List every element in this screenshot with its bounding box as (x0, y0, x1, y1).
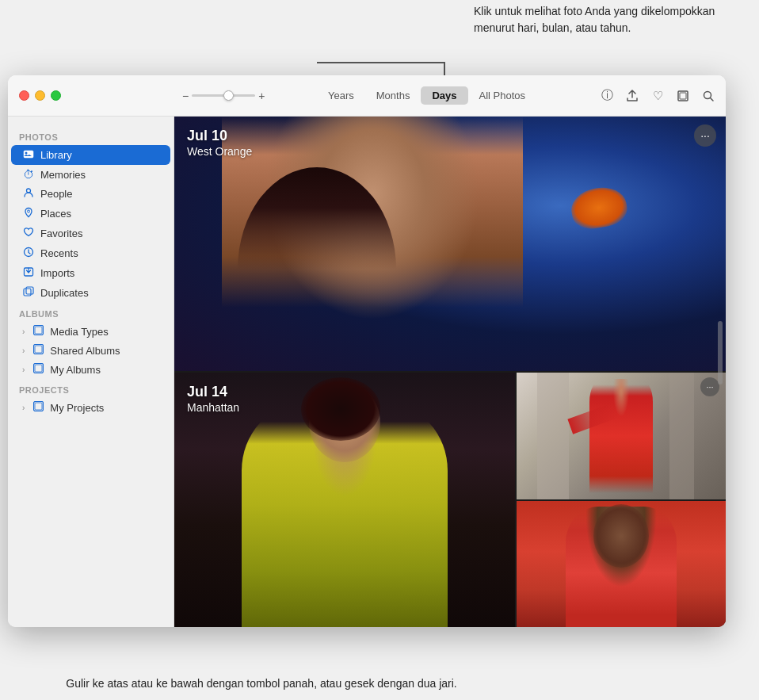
photo-right-col: ··· (517, 373, 726, 627)
app-window: − + Years Months Days All Photos ⓘ ♡ (8, 75, 726, 627)
zoom-minus-button[interactable]: − (182, 90, 189, 102)
toolbar-icons: ⓘ ♡ (597, 86, 718, 105)
sidebar-item-shared-albums-label: Shared Albums (50, 345, 120, 357)
info-icon[interactable]: ⓘ (597, 86, 616, 105)
more-button-2[interactable]: ··· (700, 377, 719, 396)
memories-icon: ⏱ (22, 168, 35, 181)
svg-rect-19 (35, 403, 42, 410)
shared-albums-icon (32, 344, 44, 357)
more-button-1[interactable]: ··· (694, 124, 716, 147)
my-albums-icon (32, 363, 44, 376)
favorites-icon (22, 227, 35, 240)
imports-icon (22, 266, 35, 280)
recents-icon (22, 247, 35, 260)
sidebar-item-my-albums[interactable]: › My Albums (11, 360, 170, 379)
tab-months[interactable]: Months (365, 86, 421, 105)
sidebar-item-recents-label: Recents (40, 247, 78, 259)
zoom-slider-area: − + (182, 90, 265, 102)
photo-date-2: Jul 14 (187, 384, 239, 400)
sidebar-item-recents[interactable]: Recents (11, 243, 170, 263)
close-button[interactable] (19, 90, 29, 101)
photo-area: Jul 10 West Orange ··· (174, 117, 726, 627)
annotation-top: Klik untuk melihat foto Anda yang dikelo… (474, 0, 743, 36)
photo-block-top[interactable]: Jul 10 West Orange ··· (174, 117, 726, 371)
sidebar-item-my-projects-label: My Projects (50, 402, 104, 414)
photo-bg-1 (174, 117, 726, 371)
svg-rect-11 (26, 287, 33, 294)
sidebar-item-library[interactable]: Library (11, 145, 170, 165)
zoom-slider-track[interactable] (192, 94, 255, 97)
scrollbar[interactable] (718, 117, 723, 627)
sidebar-item-favorites-label: Favorites (40, 228, 82, 239)
sidebar-item-duplicates[interactable]: Duplicates (11, 283, 170, 303)
svg-rect-13 (35, 327, 42, 334)
svg-line-3 (711, 98, 714, 101)
people-icon (22, 187, 35, 201)
sidebar-item-media-types-label: Media Types (50, 326, 108, 338)
sidebar-item-my-projects[interactable]: › My Projects (11, 398, 170, 417)
svg-rect-4 (24, 151, 33, 158)
sidebar-section-projects: Projects (8, 379, 174, 398)
expand-icon-shared-albums: › (22, 346, 25, 355)
zoom-plus-button[interactable]: + (258, 90, 265, 102)
tab-years[interactable]: Years (317, 86, 365, 105)
sidebar-item-places[interactable]: Places (11, 204, 170, 224)
tab-all-photos[interactable]: All Photos (468, 86, 537, 105)
photo-bottom-right[interactable] (517, 501, 726, 628)
annotation-line-horiz (317, 62, 445, 63)
sidebar-item-favorites[interactable]: Favorites (11, 224, 170, 243)
photo-top-right[interactable]: ··· (517, 373, 726, 499)
sidebar-section-photos: Photos (8, 126, 174, 145)
sidebar-item-places-label: Places (40, 208, 71, 220)
sidebar-item-imports-label: Imports (40, 267, 74, 279)
expand-icon-media-types: › (22, 327, 25, 336)
svg-rect-1 (680, 93, 686, 99)
traffic-lights (8, 90, 61, 101)
sidebar-item-memories-label: Memories (40, 169, 86, 181)
svg-point-7 (28, 210, 30, 212)
maximize-button[interactable] (51, 90, 61, 101)
search-icon[interactable] (699, 86, 718, 105)
sidebar-item-my-albums-label: My Albums (50, 364, 101, 376)
sidebar-item-library-label: Library (40, 149, 72, 161)
main-content: Photos Library ⏱ Memories (8, 117, 726, 627)
crop-icon[interactable] (673, 86, 692, 105)
minimize-button[interactable] (35, 90, 45, 101)
photo-location-1: West Orange (187, 145, 252, 158)
scrollbar-thumb[interactable] (718, 321, 723, 384)
photo-label-1: Jul 10 West Orange (187, 128, 252, 158)
sidebar: Photos Library ⏱ Memories (8, 117, 174, 627)
sidebar-item-imports[interactable]: Imports (11, 263, 170, 283)
photo-date-1: Jul 10 (187, 128, 252, 144)
titlebar: − + Years Months Days All Photos ⓘ ♡ (8, 75, 726, 117)
sidebar-item-duplicates-label: Duplicates (40, 287, 89, 299)
share-icon[interactable] (623, 86, 642, 105)
sidebar-item-shared-albums[interactable]: › Shared Albums (11, 341, 170, 360)
svg-rect-10 (24, 289, 31, 296)
duplicates-icon (22, 286, 35, 300)
my-projects-icon (32, 401, 44, 414)
svg-rect-17 (35, 365, 42, 372)
photo-grid: Jul 10 West Orange ··· (174, 117, 726, 627)
svg-point-6 (27, 189, 31, 193)
annotation-bottom-text: Gulir ke atas atau ke bawah dengan tombo… (66, 677, 456, 690)
photo-main-bottom[interactable]: Jul 14 Manhattan (174, 373, 515, 627)
zoom-slider-thumb[interactable] (223, 90, 234, 101)
sidebar-item-people[interactable]: People (11, 184, 170, 204)
annotation-top-text: Klik untuk melihat foto Anda yang dikelo… (474, 5, 715, 34)
sidebar-item-memories[interactable]: ⏱ Memories (11, 165, 170, 184)
library-icon (22, 148, 35, 162)
tab-days[interactable]: Days (421, 86, 467, 105)
photo-label-2: Jul 14 Manhattan (187, 384, 239, 414)
view-tabs: Years Months Days All Photos (317, 86, 536, 105)
svg-point-5 (25, 152, 28, 155)
photo-location-2: Manhattan (187, 401, 239, 414)
sidebar-item-media-types[interactable]: › Media Types (11, 322, 170, 341)
places-icon (22, 207, 35, 220)
favorite-icon[interactable]: ♡ (648, 86, 667, 105)
photo-block-bottom: Jul 14 Manhattan (174, 373, 726, 627)
sidebar-section-albums: Albums (8, 303, 174, 322)
expand-icon-my-albums: › (22, 365, 25, 374)
sidebar-item-people-label: People (40, 188, 72, 200)
media-types-icon (32, 325, 44, 338)
